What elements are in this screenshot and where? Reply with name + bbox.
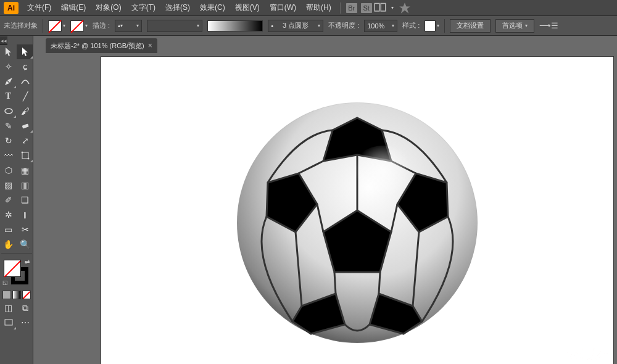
type-tool[interactable]: T	[0, 89, 17, 104]
lasso-tool[interactable]: ɕ	[17, 59, 33, 74]
eyedropper-tool[interactable]: ✐	[0, 192, 17, 207]
pencil-tool[interactable]: ✎	[0, 118, 17, 133]
default-fill-stroke-icon[interactable]: ◱	[2, 279, 8, 286]
options-bar: 未选择对象 ▾ ▾ 描边 : ▴▾▾ ▾ • 3 点圆形 ▾ 不透明度 : 10…	[0, 16, 617, 36]
color-mode-solid[interactable]	[2, 291, 11, 299]
mesh-tool[interactable]: ▨	[0, 178, 17, 192]
blend-tool[interactable]: ❏	[17, 192, 33, 207]
style-label: 样式 :	[402, 21, 420, 30]
menu-object[interactable]: 对象(O)	[91, 0, 126, 15]
free-transform-tool[interactable]	[17, 148, 33, 163]
draw-behind-mode[interactable]: ⧉	[17, 300, 33, 315]
document-tab-strip: 未标题-2* @ 101% (RGB/预览) ×	[33, 36, 617, 53]
gpu-preview-icon[interactable]	[399, 2, 411, 14]
svg-rect-0	[375, 3, 379, 11]
menu-type[interactable]: 文字(T)	[126, 0, 160, 15]
direct-selection-tool[interactable]	[17, 44, 33, 59]
menu-file[interactable]: 文件(F)	[22, 0, 56, 15]
menu-select[interactable]: 选择(S)	[160, 0, 195, 15]
svg-point-6	[28, 158, 29, 159]
artboard-tool[interactable]: ▭	[0, 222, 17, 237]
stroke-weight-input[interactable]: ▴▾▾	[115, 20, 142, 32]
slice-tool[interactable]: ✂	[17, 222, 33, 237]
eraser-tool[interactable]	[17, 118, 33, 133]
svg-point-5	[22, 152, 23, 153]
svg-point-2	[5, 109, 12, 114]
paintbrush-tool[interactable]: 🖌	[17, 104, 33, 118]
menu-separator	[340, 2, 341, 14]
document-tab[interactable]: 未标题-2* @ 101% (RGB/预览) ×	[46, 38, 157, 53]
svg-rect-1	[381, 3, 386, 11]
column-graph-tool[interactable]: ⫿	[17, 207, 33, 222]
document-area: 未标题-2* @ 101% (RGB/预览) ×	[33, 36, 617, 364]
document-tab-title: 未标题-2* @ 101% (RGB/预览)	[51, 41, 144, 51]
align-flyout-icon[interactable]: ⟶☰	[539, 21, 558, 30]
stroke-label: 描边 :	[93, 21, 110, 30]
graphic-style-swatch[interactable]: ▾	[424, 20, 439, 31]
shape-builder-tool[interactable]: ⬡	[0, 163, 17, 178]
app-logo: Ai	[4, 2, 19, 14]
brush-definition-dropdown[interactable]: • 3 点圆形 ▾	[268, 20, 323, 32]
bridge-icon[interactable]: Br	[346, 3, 357, 13]
menu-window[interactable]: 窗口(W)	[265, 0, 301, 15]
canvas-viewport[interactable]	[33, 53, 617, 364]
arrange-dropdown-icon[interactable]: ▾	[386, 2, 399, 14]
gradient-tool[interactable]: ▥	[17, 178, 33, 192]
watermark-text: 云南龙网	[566, 347, 613, 362]
zoom-tool[interactable]: 🔍	[17, 237, 33, 252]
line-tool[interactable]: ╱	[17, 89, 33, 104]
artboard	[101, 57, 613, 364]
preferences-button[interactable]: 首选项▾	[495, 19, 534, 33]
stock-icon[interactable]: St	[361, 3, 372, 13]
svg-rect-3	[22, 123, 28, 128]
separator	[444, 19, 445, 33]
main-area: ✧ ɕ T ╱ 🖌 ✎ ↻ ⤢ 〰 ⬡ ▦ ▨ ▥ ✐ ❏ ✲ ⫿ ▭ ✂ ✋ …	[0, 36, 617, 364]
arrange-documents-icon[interactable]	[374, 2, 386, 14]
fill-color-swatch[interactable]	[4, 260, 21, 277]
color-mode-none[interactable]	[22, 291, 31, 299]
menu-bar: Ai 文件(F) 编辑(E) 对象(O) 文字(T) 选择(S) 效果(C) 视…	[0, 0, 617, 16]
menu-effect[interactable]: 效果(C)	[195, 0, 230, 15]
draw-normal-mode[interactable]: ◫	[0, 300, 17, 315]
svg-rect-4	[22, 152, 28, 159]
menu-edit[interactable]: 编辑(E)	[56, 0, 91, 15]
brush-preview[interactable]	[207, 20, 263, 31]
ellipse-tool[interactable]	[0, 104, 17, 118]
fill-stroke-control[interactable]: ⇄ ◱	[0, 257, 33, 287]
stroke-swatch[interactable]: ▾	[70, 20, 88, 31]
variable-width-profile[interactable]: ▾	[147, 20, 202, 32]
opacity-input[interactable]: 100%▾	[364, 20, 397, 32]
document-setup-button[interactable]: 文档设置	[450, 19, 491, 33]
soccer-ball-artwork	[237, 102, 478, 343]
magic-wand-tool[interactable]: ✧	[0, 59, 17, 74]
toolbox: ✧ ɕ T ╱ 🖌 ✎ ↻ ⤢ 〰 ⬡ ▦ ▨ ▥ ✐ ❏ ✲ ⫿ ▭ ✂ ✋ …	[0, 36, 33, 364]
menu-help[interactable]: 帮助(H)	[301, 0, 336, 15]
width-tool[interactable]: 〰	[0, 148, 17, 163]
scale-tool[interactable]: ⤢	[17, 133, 33, 148]
fill-swatch[interactable]: ▾	[48, 20, 65, 31]
selection-tool[interactable]	[0, 44, 17, 59]
selection-status: 未选择对象	[4, 21, 38, 30]
symbol-sprayer-tool[interactable]: ✲	[0, 207, 17, 222]
brush-name: 3 点圆形	[283, 21, 308, 30]
edit-toolbar-button[interactable]: ⋯	[17, 315, 33, 330]
color-mode-gradient[interactable]	[12, 291, 21, 299]
color-mode-row	[0, 291, 33, 299]
toolbox-collapse-icon[interactable]: ◂◂	[0, 36, 7, 45]
curvature-tool[interactable]	[17, 74, 33, 89]
separator	[43, 19, 43, 33]
rotate-tool[interactable]: ↻	[0, 133, 17, 148]
screen-mode-button[interactable]	[0, 315, 17, 330]
svg-rect-7	[5, 320, 12, 325]
opacity-label: 不透明度 :	[328, 21, 359, 30]
close-tab-icon[interactable]: ×	[148, 41, 152, 50]
swap-fill-stroke-icon[interactable]: ⇄	[25, 259, 30, 265]
hand-tool[interactable]: ✋	[0, 237, 17, 252]
pen-tool[interactable]	[0, 74, 17, 89]
menu-view[interactable]: 视图(V)	[230, 0, 265, 15]
perspective-grid-tool[interactable]: ▦	[17, 163, 33, 178]
